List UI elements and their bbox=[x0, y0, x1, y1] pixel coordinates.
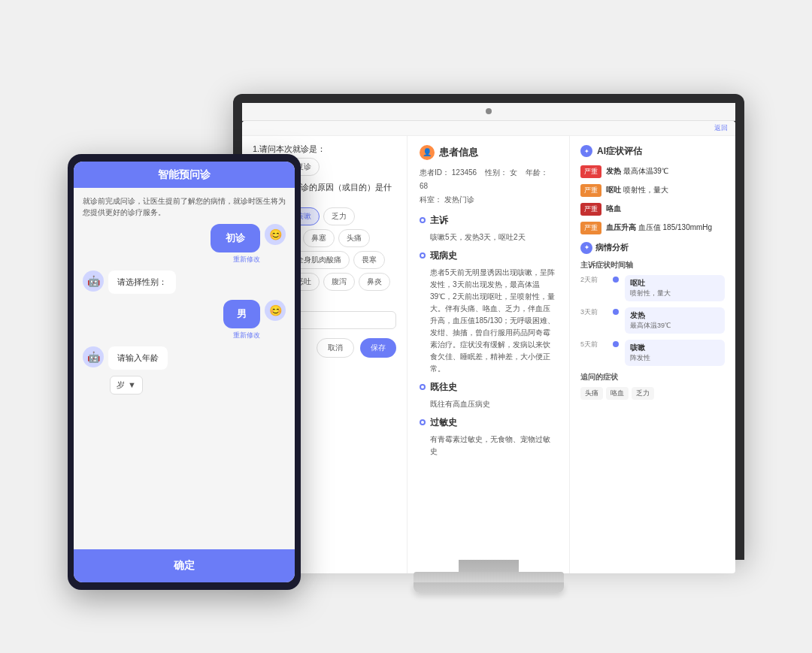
confirm-button-label: 确定 bbox=[174, 559, 195, 573]
section-content-zhushu: 咳嗽5天，发热3天，呕吐2天 bbox=[430, 231, 557, 243]
tablet-header-title: 智能预问诊 bbox=[158, 168, 211, 180]
tablet-device: 智能预问诊 就诊前完成问诊，让医生提前了解您的病情，就诊时医生将为您提供更好的诊… bbox=[68, 154, 301, 590]
patient-dept-label: 科室： bbox=[420, 195, 442, 204]
symptom-item-3: 严重 血压升高 血压值 185/130mmHg bbox=[580, 222, 725, 234]
age-dropdown[interactable]: 岁 ▼ bbox=[110, 376, 143, 395]
monitor-top-bar bbox=[242, 103, 735, 121]
section-title-guomin: 过敏史 bbox=[430, 416, 457, 429]
avatar-left-1: 🤖 bbox=[83, 271, 104, 292]
monitor-base bbox=[414, 582, 564, 593]
avatar-right-1: 😊 bbox=[265, 224, 286, 245]
tag-weihan[interactable]: 畏寒 bbox=[353, 251, 385, 269]
age-dropdown-arrow: ▼ bbox=[128, 380, 136, 389]
timeline-item-2: 5天前 咳嗽 阵发性 bbox=[580, 340, 725, 366]
section-header-guomin: 过敏史 bbox=[420, 416, 557, 429]
analysis-icon: ✦ bbox=[580, 242, 592, 254]
patient-age-value: 68 bbox=[420, 182, 428, 190]
symptom-item-1: 严重 呕吐 喷射性，量大 bbox=[580, 184, 725, 197]
tablet-body: 就诊前完成问诊，让医生提前了解您的病情，就诊时医生将为您提供更好的诊疗服务。 初… bbox=[74, 188, 295, 549]
followup-tag-2: 乏力 bbox=[632, 387, 654, 400]
scene: 返回 1.请问本次就诊是： 初诊 复诊 2.请问本次就诊的 bbox=[68, 19, 744, 635]
section-header-jiwang: 既往史 bbox=[420, 381, 557, 394]
chat-bubble-chuzhen: 初诊 重新修改 😊 bbox=[83, 224, 286, 265]
section-header-xianbing: 现病史 bbox=[420, 249, 557, 262]
section-content-jiwang: 既往有高血压病史 bbox=[430, 398, 557, 410]
bubble-content-chuzhen: 初诊 重新修改 bbox=[211, 224, 260, 265]
section-dot bbox=[420, 217, 426, 223]
symptom-name-0: 发热 最高体温39℃ bbox=[606, 166, 668, 177]
patient-id-label: 患者ID： bbox=[420, 168, 450, 177]
timeline-time-1: 3天前 bbox=[580, 307, 607, 334]
timeline-item-0: 2天前 呕吐 喷射性，量大 bbox=[580, 275, 725, 301]
bubble-male: 男 bbox=[223, 300, 260, 328]
analysis-title: ✦ 病情分析 bbox=[580, 242, 725, 254]
timeline-dot-1 bbox=[613, 309, 619, 315]
symptom-name-3: 血压升高 血压值 185/130mmHg bbox=[606, 222, 712, 233]
section-title-xianbing: 现病史 bbox=[430, 249, 457, 262]
section-dot-4 bbox=[420, 419, 426, 425]
timeline-item-1: 3天前 发热 最高体温39℃ bbox=[580, 307, 725, 334]
tag-fuxie[interactable]: 腹泻 bbox=[323, 273, 355, 291]
section-content-xianbing: 患者5天前无明显诱因出现咳嗽，呈阵发性，3天前出现发热，最高体温39℃，2天前出… bbox=[430, 267, 557, 375]
tag-eli[interactable]: 乏力 bbox=[323, 207, 355, 225]
desktop-top-bar: 返回 bbox=[242, 121, 735, 136]
bubble-gender-question: 请选择性别： bbox=[108, 271, 176, 294]
ai-title: AI症状评估 bbox=[597, 145, 642, 158]
desktop-top-link[interactable]: 返回 bbox=[714, 123, 728, 133]
bubble-content-male: 男 重新修改 bbox=[223, 300, 260, 340]
tag-biyan[interactable]: 鼻炎 bbox=[359, 273, 390, 291]
section-title-jiwang: 既往史 bbox=[430, 381, 457, 394]
cancel-button[interactable]: 取消 bbox=[317, 338, 354, 358]
symptom-item-0: 严重 发热 最高体温39℃ bbox=[580, 165, 725, 178]
patient-icon: 👤 bbox=[420, 145, 435, 160]
symptom-name-1: 呕吐 喷射性，量大 bbox=[606, 185, 668, 195]
severity-badge-1: 严重 bbox=[580, 184, 601, 197]
tablet-screen: 智能预问诊 就诊前完成问诊，让医生提前了解您的病情，就诊时医生将为您提供更好的诊… bbox=[74, 162, 295, 582]
section-header-zhushu: 主诉 bbox=[420, 214, 557, 227]
bubble-edit-chuzhen[interactable]: 重新修改 bbox=[233, 255, 260, 265]
ai-icon: ✦ bbox=[580, 145, 592, 157]
tag-toutong[interactable]: 头痛 bbox=[338, 229, 370, 247]
bubble-edit-male[interactable]: 重新修改 bbox=[233, 331, 260, 340]
followup-tags: 头痛 咯血 乏力 bbox=[580, 387, 725, 400]
section-dot-2 bbox=[420, 252, 426, 258]
monitor-neck bbox=[459, 560, 519, 582]
chat-bubble-male: 男 重新修改 😊 bbox=[83, 300, 286, 340]
followup-tag-1: 咯血 bbox=[606, 387, 629, 400]
section-title-zhushu: 主诉 bbox=[430, 214, 448, 227]
patient-gender-label: 性别： bbox=[485, 168, 508, 177]
severity-badge-2: 严重 bbox=[580, 203, 601, 216]
tablet-header: 智能预问诊 bbox=[74, 162, 295, 188]
timeline-content-1: 发热 最高体温39℃ bbox=[625, 307, 725, 334]
desktop-monitor: 返回 1.请问本次就诊是： 初诊 复诊 2.请问本次就诊的 bbox=[233, 94, 744, 635]
age-unit: 岁 bbox=[117, 379, 125, 391]
save-button[interactable]: 保存 bbox=[360, 338, 396, 358]
tablet-intro: 就诊前完成问诊，让医生提前了解您的病情，就诊时医生将为您提供更好的诊疗服务。 bbox=[83, 195, 286, 218]
tablet-footer[interactable]: 确定 bbox=[74, 549, 295, 582]
timeline-dot-0 bbox=[613, 277, 619, 283]
symptom-item-2: 严重 咯血 bbox=[580, 203, 725, 216]
symptom-name-2: 咯血 bbox=[606, 204, 621, 214]
patient-info-header: 👤 患者信息 bbox=[420, 145, 557, 160]
ai-column: ✦ AI症状评估 严重 发热 最高体温39℃ 严重 bbox=[570, 136, 735, 573]
avatar-left-2: 🤖 bbox=[83, 346, 104, 367]
ai-header: ✦ AI症状评估 bbox=[580, 145, 725, 158]
bubble-age-question: 请输入年龄 bbox=[108, 346, 168, 370]
monitor-content: 1.请问本次就诊是： 初诊 复诊 2.请问本次就诊的原因（或目的）是什么? 发热… bbox=[242, 136, 735, 573]
middle-column: 👤 患者信息 患者ID： 123456 性别： 女 年龄： 68 bbox=[408, 136, 570, 573]
section-content-guomin: 有青霉素过敏史，无食物、宠物过敏史 bbox=[430, 434, 557, 458]
timeline-time-0: 2天前 bbox=[580, 275, 607, 301]
monitor-screen: 返回 1.请问本次就诊是： 初诊 复诊 2.请问本次就诊的 bbox=[242, 121, 735, 573]
timeline-content-0: 呕吐 喷射性，量大 bbox=[625, 275, 725, 301]
chat-bubble-gender-q: 🤖 请选择性别： bbox=[83, 271, 286, 294]
chat-bubble-age-q: 🤖 请输入年龄 bbox=[83, 346, 286, 370]
timeline-content-2: 咳嗽 阵发性 bbox=[625, 340, 725, 366]
patient-title: 患者信息 bbox=[439, 146, 478, 159]
monitor-camera bbox=[486, 108, 492, 114]
patient-id-value: 123456 bbox=[452, 168, 477, 177]
severity-badge-0: 严重 bbox=[580, 165, 601, 178]
followup-title: 追问的症状 bbox=[580, 372, 725, 382]
section-dot-3 bbox=[420, 384, 426, 390]
patient-age-label: 年龄： bbox=[526, 168, 548, 177]
tag-bise[interactable]: 鼻塞 bbox=[303, 229, 335, 247]
